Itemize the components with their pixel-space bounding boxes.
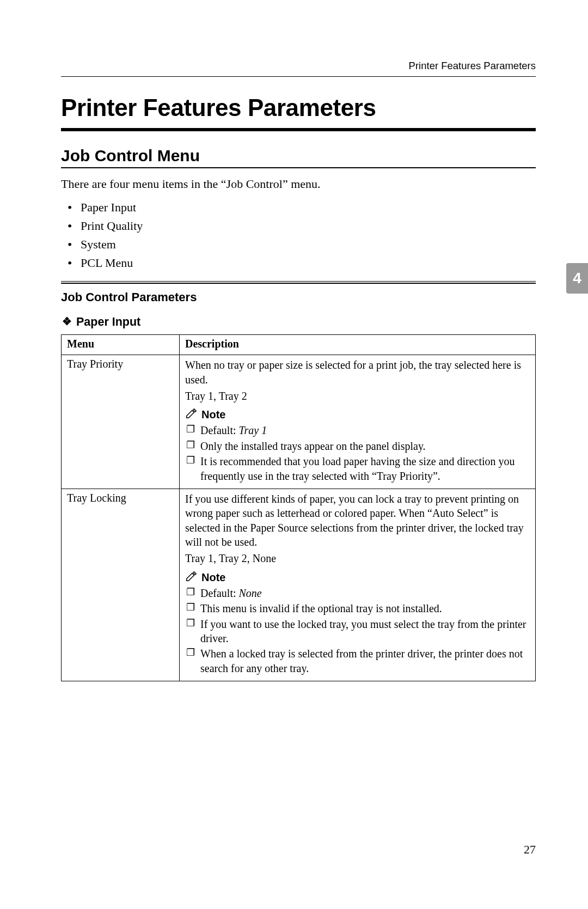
- list-item: PCL Menu: [61, 254, 536, 272]
- menu-items-list: Paper Input Print Quality System PCL Men…: [61, 198, 536, 272]
- note-heading: Note: [185, 570, 530, 585]
- note-list: Default: None This menu is invalid if th…: [185, 586, 530, 675]
- note-item: Only the installed trays appear on the p…: [185, 439, 530, 453]
- chapter-tab: 4: [566, 263, 588, 294]
- row-description: When no tray or paper size is selected f…: [185, 358, 530, 387]
- note-item: It is recommended that you load paper ha…: [185, 454, 530, 483]
- note-item: This menu is invalid if the optional tra…: [185, 601, 530, 615]
- parameters-table: Menu Description Tray Priority When no t…: [61, 334, 536, 681]
- note-item: Default: None: [185, 586, 530, 600]
- divider-rule: [61, 281, 536, 284]
- list-item: System: [61, 235, 536, 254]
- table-row: Tray Locking If you use different kinds …: [62, 489, 536, 681]
- h1-rule: [61, 128, 536, 131]
- note-item: Default: Tray 1: [185, 423, 530, 437]
- diamond-icon: ❖: [62, 315, 72, 328]
- note-item: If you want to use the locked tray, you …: [185, 617, 530, 646]
- note-heading: Note: [185, 407, 530, 422]
- table-header-description: Description: [180, 335, 536, 355]
- note-list: Default: Tray 1 Only the installed trays…: [185, 423, 530, 483]
- note-item: When a locked tray is selected from the …: [185, 646, 530, 675]
- list-item: Print Quality: [61, 217, 536, 235]
- page-title: Printer Features Parameters: [61, 94, 536, 121]
- table-row: Tray Priority When no tray or paper size…: [62, 355, 536, 489]
- section-intro: There are four menu items in the “Job Co…: [61, 176, 536, 193]
- row-description: If you use different kinds of paper, you…: [185, 492, 530, 550]
- group-title: ❖Paper Input: [61, 315, 536, 329]
- note-label: Note: [201, 408, 225, 421]
- table-header-menu: Menu: [62, 335, 180, 355]
- note-label: Note: [201, 571, 225, 584]
- row-values: Tray 1, Tray 2: [185, 389, 530, 403]
- h2-rule: [61, 167, 536, 168]
- cell-menu: Tray Locking: [62, 489, 180, 681]
- pencil-icon: [185, 570, 197, 585]
- section-heading: Job Control Menu: [61, 147, 536, 165]
- running-header: Printer Features Parameters: [61, 60, 536, 77]
- list-item: Paper Input: [61, 198, 536, 217]
- cell-description: When no tray or paper size is selected f…: [180, 355, 536, 489]
- subsection-title: Job Control Parameters: [61, 290, 536, 304]
- row-values: Tray 1, Tray 2, None: [185, 551, 530, 565]
- pencil-icon: [185, 407, 197, 422]
- page: Printer Features Parameters Printer Feat…: [0, 0, 588, 909]
- cell-description: If you use different kinds of paper, you…: [180, 489, 536, 681]
- group-title-text: Paper Input: [76, 315, 140, 328]
- cell-menu: Tray Priority: [62, 355, 180, 489]
- page-number: 27: [524, 843, 536, 857]
